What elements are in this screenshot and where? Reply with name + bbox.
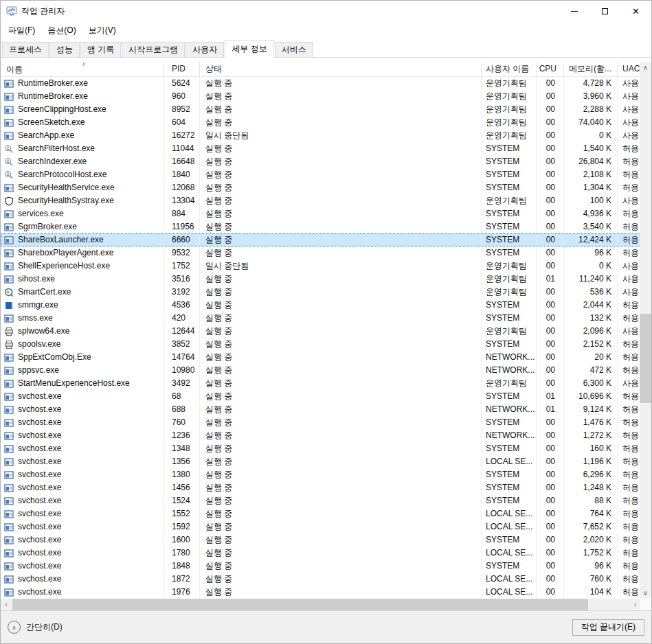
search-icon bbox=[4, 170, 14, 180]
table-row[interactable]: smss.exe420실행 중SYSTEM00132 K허용 bbox=[1, 312, 641, 325]
menu-file[interactable]: 파일(F) bbox=[2, 22, 41, 39]
table-row[interactable]: SearchFilterHost.exe11044실행 중SYSTEM001,5… bbox=[1, 142, 641, 155]
table-row[interactable]: services.exe884실행 중SYSTEM004,936 K허용 bbox=[1, 207, 641, 220]
table-row[interactable]: splwow64.exe12644실행 중운영기획팀002,096 K사용 bbox=[1, 325, 641, 338]
column-header-uac[interactable]: UAC bbox=[618, 62, 641, 77]
menu-options[interactable]: 옵션(O) bbox=[41, 22, 82, 39]
table-row[interactable]: svchost.exe1380실행 중SYSTEM006,296 K허용 bbox=[1, 468, 641, 481]
table-row[interactable]: SppExtComObj.Exe14764실행 중NETWORK...0020 … bbox=[1, 351, 641, 364]
end-task-button[interactable]: 작업 끝내기(E) bbox=[572, 619, 644, 636]
window-icon bbox=[4, 405, 14, 415]
search-icon bbox=[4, 144, 14, 154]
window-icon bbox=[4, 222, 14, 232]
vertical-scrollbar-thumb[interactable] bbox=[640, 314, 651, 403]
table-row[interactable]: svchost.exe1356실행 중LOCAL SE...001,196 K허… bbox=[1, 455, 641, 468]
memory-cell: 760 K bbox=[564, 573, 618, 586]
tab-performance[interactable]: 성능 bbox=[49, 42, 80, 57]
table-row[interactable]: SearchIndexer.exe16648실행 중SYSTEM0026,804… bbox=[1, 155, 641, 168]
process-name: svchost.exe bbox=[18, 586, 61, 599]
table-row[interactable]: sppsvc.exe10980실행 중NETWORK...00472 K허용 bbox=[1, 364, 641, 377]
tab-processes[interactable]: 프로세스 bbox=[2, 42, 49, 57]
horizontal-scrollbar-thumb[interactable] bbox=[12, 599, 588, 610]
uac-cell: 허용 bbox=[618, 403, 641, 416]
tab-services[interactable]: 서비스 bbox=[275, 42, 313, 57]
table-row[interactable]: svchost.exe1780실행 중LOCAL SE...001,752 K허… bbox=[1, 547, 641, 560]
memory-cell: 20 K bbox=[564, 351, 618, 364]
process-name-cell: sppsvc.exe bbox=[1, 364, 164, 377]
table-row[interactable]: ShareBoxLauncher.exe6660실행 중SYSTEM0012,4… bbox=[1, 233, 641, 246]
window-icon bbox=[4, 457, 14, 467]
table-row[interactable]: svchost.exe1236실행 중NETWORK...001,272 K허용 bbox=[1, 429, 641, 442]
uac-cell: 사용 bbox=[618, 129, 641, 142]
close-button[interactable]: ✕ bbox=[620, 1, 651, 21]
uac-cell: 허용 bbox=[618, 155, 641, 168]
cpu-cell: 00 bbox=[537, 494, 564, 507]
pid-cell: 12644 bbox=[164, 325, 200, 338]
user-cell: LOCAL SE... bbox=[482, 507, 537, 520]
table-row[interactable]: StartMenuExperienceHost.exe3492실행 중운영기획팀… bbox=[1, 377, 641, 390]
horizontal-scrollbar[interactable]: ‹ › bbox=[1, 599, 641, 610]
user-cell: 운영기획팀 bbox=[482, 116, 537, 129]
table-row[interactable]: svchost.exe68실행 중SYSTEM0110,696 K허용 bbox=[1, 390, 641, 403]
scroll-up-icon[interactable]: ∧ bbox=[640, 62, 651, 73]
table-row[interactable]: svchost.exe1348실행 중SYSTEM00160 K허용 bbox=[1, 442, 641, 455]
menu-view[interactable]: 보기(V) bbox=[82, 22, 122, 39]
user-cell: LOCAL SE... bbox=[482, 520, 537, 533]
column-header-pid[interactable]: PID bbox=[164, 62, 200, 77]
tab-users[interactable]: 사용자 bbox=[186, 42, 224, 57]
scroll-left-icon[interactable]: ‹ bbox=[1, 599, 12, 610]
scroll-down-icon[interactable]: ∨ bbox=[640, 587, 651, 599]
fewer-details-toggle[interactable]: ∧ 간단히(D) bbox=[8, 621, 63, 634]
tab-details[interactable]: 세부 정보 bbox=[225, 40, 273, 58]
uac-cell: 허용 bbox=[618, 586, 641, 599]
table-row[interactable]: SgrmBroker.exe11956실행 중SYSTEM003,540 K허용 bbox=[1, 220, 641, 233]
table-row[interactable]: svchost.exe1524실행 중SYSTEM0088 K허용 bbox=[1, 494, 641, 507]
uac-cell: 허용 bbox=[618, 181, 641, 194]
table-row[interactable]: SearchApp.exe16272일시 중단됨운영기획팀000 K사용 bbox=[1, 129, 641, 142]
process-name-cell: sihost.exe bbox=[1, 273, 164, 286]
table-row[interactable]: smmgr.exe4536실행 중SYSTEM002,044 K허용 bbox=[1, 299, 641, 312]
table-row[interactable]: svchost.exe1600실행 중SYSTEM002,020 K허용 bbox=[1, 533, 641, 547]
table-row[interactable]: ScreenSketch.exe604실행 중운영기획팀0074,040 K사용 bbox=[1, 116, 641, 129]
table-row[interactable]: SmartCert.exe3192실행 중운영기획팀00536 K사용 bbox=[1, 286, 641, 299]
table-row[interactable]: svchost.exe688실행 중NETWORK...019,124 K허용 bbox=[1, 403, 641, 416]
table-row[interactable]: svchost.exe1976실행 중LOCAL SE...00104 K허용 bbox=[1, 586, 641, 599]
table-row[interactable]: SecurityHealthSystray.exe13304실행 중운영기획팀0… bbox=[1, 194, 641, 207]
column-header-user[interactable]: 사용자 이름 bbox=[482, 62, 537, 77]
column-header-cpu[interactable]: CPU bbox=[537, 62, 564, 77]
vertical-scrollbar[interactable]: ∧ ∨ bbox=[640, 62, 651, 599]
memory-cell: 160 K bbox=[564, 442, 618, 455]
pid-cell: 5624 bbox=[164, 77, 200, 90]
column-header-name[interactable]: 이름 ∧ bbox=[1, 62, 164, 77]
process-name-cell: StartMenuExperienceHost.exe bbox=[1, 377, 164, 390]
window-icon bbox=[4, 118, 14, 128]
cpu-cell: 00 bbox=[537, 155, 564, 168]
column-header-status[interactable]: 상태 bbox=[200, 62, 482, 77]
table-row[interactable]: ScreenClippingHost.exe8952실행 중운영기획팀002,2… bbox=[1, 103, 641, 116]
table-row[interactable]: SearchProtocolHost.exe1840실행 중SYSTEM002,… bbox=[1, 168, 641, 181]
column-header-memory[interactable]: 메모리(활... bbox=[564, 62, 618, 77]
table-row[interactable]: svchost.exe1456실행 중SYSTEM001,248 K허용 bbox=[1, 481, 641, 494]
table-row[interactable]: sihost.exe3516실행 중운영기획팀0111,240 K사용 bbox=[1, 273, 641, 286]
table-row[interactable]: RuntimeBroker.exe5624실행 중운영기획팀004,728 K사… bbox=[1, 77, 641, 90]
table-row[interactable]: svchost.exe1592실행 중LOCAL SE...007,652 K허… bbox=[1, 520, 641, 533]
minimize-button[interactable] bbox=[559, 1, 589, 21]
table-row[interactable]: svchost.exe1872실행 중LOCAL SE...00760 K허용 bbox=[1, 573, 641, 586]
tab-app-history[interactable]: 앱 기록 bbox=[80, 42, 121, 57]
maximize-button[interactable] bbox=[589, 1, 620, 21]
table-row[interactable]: svchost.exe760실행 중SYSTEM001,476 K허용 bbox=[1, 416, 641, 429]
cpu-cell: 00 bbox=[537, 416, 564, 429]
table-row[interactable]: RuntimeBroker.exe960실행 중운영기획팀003,960 K사용 bbox=[1, 90, 641, 103]
table-row[interactable]: ShellExperienceHost.exe1752일시 중단됨운영기획팀00… bbox=[1, 260, 641, 273]
table-row[interactable]: ShareboxPlayerAgent.exe9532실행 중SYSTEM009… bbox=[1, 246, 641, 260]
status-cell: 실행 중 bbox=[200, 90, 482, 103]
memory-cell: 74,040 K bbox=[564, 116, 618, 129]
table-row[interactable]: svchost.exe1848실행 중SYSTEM0096 K허용 bbox=[1, 560, 641, 573]
table-row[interactable]: svchost.exe1552실행 중LOCAL SE...00764 K허용 bbox=[1, 507, 641, 520]
table-row[interactable]: spoolsv.exe3852실행 중SYSTEM002,152 K허용 bbox=[1, 338, 641, 351]
table-row[interactable]: SecurityHealthService.exe12068실행 중SYSTEM… bbox=[1, 181, 641, 194]
process-name: ShellExperienceHost.exe bbox=[18, 260, 110, 273]
tab-startup[interactable]: 시작프로그램 bbox=[122, 42, 185, 57]
status-cell: 실행 중 bbox=[200, 299, 482, 312]
cpu-cell: 00 bbox=[537, 455, 564, 468]
